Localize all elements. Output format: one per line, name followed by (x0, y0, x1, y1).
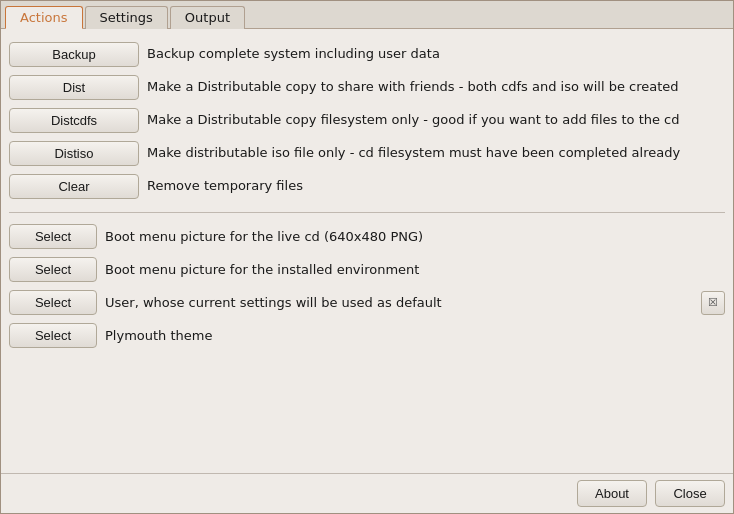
main-window: Actions Settings Output Backup Backup co… (0, 0, 734, 514)
action-row-distiso: Distiso Make distributable iso file only… (9, 138, 725, 169)
select-row-2: Select User, whose current settings will… (9, 287, 725, 318)
close-button[interactable]: Close (655, 480, 725, 507)
clear-desc: Remove temporary files (147, 174, 725, 195)
distiso-button[interactable]: Distiso (9, 141, 139, 166)
backup-desc: Backup complete system including user da… (147, 42, 725, 63)
backup-button[interactable]: Backup (9, 42, 139, 67)
action-row-dist: Dist Make a Distributable copy to share … (9, 72, 725, 103)
distcdfs-desc: Make a Distributable copy filesystem onl… (147, 108, 725, 129)
footer: About Close (1, 473, 733, 513)
select-button-0[interactable]: Select (9, 224, 97, 249)
tab-settings[interactable]: Settings (85, 6, 168, 29)
action-row-backup: Backup Backup complete system including … (9, 39, 725, 70)
select-desc-1: Boot menu picture for the installed envi… (105, 262, 725, 277)
tab-actions[interactable]: Actions (5, 6, 83, 29)
select-row-3: Select Plymouth theme (9, 320, 725, 351)
tab-output[interactable]: Output (170, 6, 245, 29)
select-button-3[interactable]: Select (9, 323, 97, 348)
tab-content: Backup Backup complete system including … (1, 29, 733, 473)
section-divider (9, 212, 725, 213)
select-row-1: Select Boot menu picture for the install… (9, 254, 725, 285)
tab-bar: Actions Settings Output (1, 1, 733, 29)
distcdfs-button[interactable]: Distcdfs (9, 108, 139, 133)
action-section: Backup Backup complete system including … (9, 39, 725, 202)
action-row-distcdfs: Distcdfs Make a Distributable copy files… (9, 105, 725, 136)
select-section: Select Boot menu picture for the live cd… (9, 221, 725, 351)
select-button-2[interactable]: Select (9, 290, 97, 315)
select-row-0: Select Boot menu picture for the live cd… (9, 221, 725, 252)
distiso-desc: Make distributable iso file only - cd fi… (147, 141, 725, 162)
action-row-clear: Clear Remove temporary files (9, 171, 725, 202)
select-desc-0: Boot menu picture for the live cd (640x4… (105, 229, 725, 244)
about-button[interactable]: About (577, 480, 647, 507)
dist-button[interactable]: Dist (9, 75, 139, 100)
clear-button[interactable]: Clear (9, 174, 139, 199)
dist-desc: Make a Distributable copy to share with … (147, 75, 725, 96)
select-button-1[interactable]: Select (9, 257, 97, 282)
select-desc-2: User, whose current settings will be use… (105, 295, 693, 310)
clear-field-icon[interactable]: ☒ (701, 291, 725, 315)
select-desc-3: Plymouth theme (105, 328, 725, 343)
